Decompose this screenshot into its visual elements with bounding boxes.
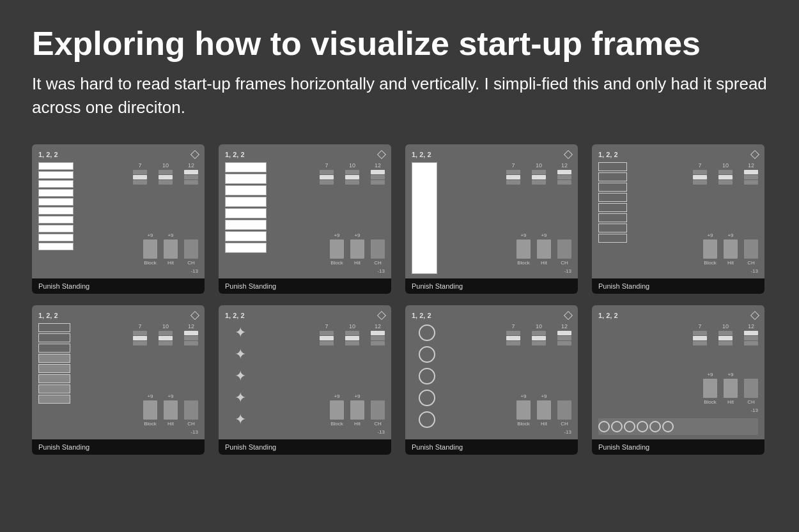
card-2-combo: 1, 2, 2	[225, 151, 245, 158]
card-4-header: 1, 2, 2	[598, 151, 758, 158]
card-5-footer: Punish Standing	[32, 439, 205, 455]
card-6-combo: 1, 2, 2	[225, 312, 245, 319]
card-7-footer: Punish Standing	[405, 439, 578, 455]
card-7: 1, 2, 2 7	[405, 305, 578, 455]
circles-bottom-row	[598, 418, 758, 435]
card-8-content: 7 10	[598, 323, 758, 435]
card-2-header: 1, 2, 2	[225, 151, 385, 158]
diamond-icon-7	[564, 311, 573, 320]
card-4-body: 1, 2, 2 7	[592, 144, 764, 278]
card-3-content: 7 10	[412, 162, 571, 274]
card-3-visual	[412, 162, 437, 274]
card-8-stats: 7 10	[634, 323, 758, 413]
diamond-icon	[190, 150, 199, 159]
stat-label-7: 7	[138, 162, 141, 169]
card-2-footer: Punish Standing	[219, 278, 391, 294]
card-6-stats: 7 10	[261, 323, 385, 435]
card-6: 1, 2, 2 ✦ ✦ ✦ ✦ ✦ 7	[219, 305, 391, 455]
diamond-icon-8	[750, 311, 759, 320]
card-7-content: 7 10	[412, 323, 571, 435]
cards-grid: 1, 2, 2	[32, 144, 767, 455]
card-3-header: 1, 2, 2	[412, 151, 571, 158]
card-6-footer: Punish Standing	[219, 439, 391, 455]
card-6-header: 1, 2, 2	[225, 312, 385, 319]
card-6-body: 1, 2, 2 ✦ ✦ ✦ ✦ ✦ 7	[219, 305, 391, 439]
diamond-icon-5	[190, 311, 199, 320]
card-4: 1, 2, 2 7	[592, 144, 764, 294]
card-8-header: 1, 2, 2	[598, 312, 758, 319]
card-7-body: 1, 2, 2 7	[405, 305, 578, 439]
page-title: Exploring how to visualize start-up fram…	[32, 26, 767, 62]
card-8: 1, 2, 2 7	[592, 305, 764, 455]
card-7-combo: 1, 2, 2	[412, 312, 431, 319]
card-4-combo: 1, 2, 2	[598, 151, 618, 158]
card-8-footer: Punish Standing	[592, 439, 764, 455]
card-1-header: 1, 2, 2	[38, 151, 198, 158]
card-2-stats: 7 10	[272, 162, 385, 274]
card-7-header: 1, 2, 2	[412, 312, 571, 319]
card-3-combo: 1, 2, 2	[412, 151, 431, 158]
card-1: 1, 2, 2	[32, 144, 205, 294]
card-1-content: 7 10	[38, 162, 198, 274]
card-5: 1, 2, 2 7	[32, 305, 205, 455]
card-5-combo: 1, 2, 2	[38, 312, 58, 319]
card-2-visual	[225, 162, 267, 274]
card-1-visual	[38, 162, 74, 274]
card-4-content: 7 10	[598, 162, 758, 274]
card-6-content: ✦ ✦ ✦ ✦ ✦ 7	[225, 323, 385, 435]
card-3-body: 1, 2, 2 7	[405, 144, 578, 278]
card-4-stats: 7 10	[632, 162, 758, 274]
card-2: 1, 2, 2 7	[219, 144, 391, 294]
card-3-footer: Punish Standing	[405, 278, 578, 294]
card-5-visual	[38, 323, 70, 435]
card-3-stats: 7 10	[442, 162, 571, 274]
card-7-stats: 7 10	[447, 323, 571, 435]
card-4-visual	[598, 162, 627, 274]
diamond-icon-3	[564, 150, 573, 159]
card-2-body: 1, 2, 2 7	[219, 144, 391, 278]
card-5-content: 7 10	[38, 323, 198, 435]
card-6-visual: ✦ ✦ ✦ ✦ ✦	[225, 323, 256, 435]
diamond-icon-6	[377, 311, 386, 320]
diamond-icon-2	[377, 150, 386, 159]
diamond-icon-4	[750, 150, 759, 159]
card-1-combo: 1, 2, 2	[38, 151, 58, 158]
card-2-content: 7 10	[225, 162, 385, 274]
card-5-body: 1, 2, 2 7	[32, 305, 205, 439]
card-8-combo: 1, 2, 2	[598, 312, 618, 319]
card-8-body: 1, 2, 2 7	[592, 305, 764, 439]
card-7-visual	[412, 323, 442, 435]
page-subtitle: It was hard to read start-up frames hori…	[32, 72, 767, 119]
card-4-footer: Punish Standing	[592, 278, 764, 294]
card-5-header: 1, 2, 2	[38, 312, 198, 319]
card-1-footer: Punish Standing	[32, 278, 205, 294]
card-3: 1, 2, 2 7	[405, 144, 578, 294]
card-1-stats: 7 10	[79, 162, 198, 274]
card-5-stats: 7 10	[75, 323, 198, 435]
card-1-body: 1, 2, 2	[32, 144, 205, 278]
stat-label-12: 12	[188, 162, 194, 169]
stat-label-10: 10	[162, 162, 169, 169]
